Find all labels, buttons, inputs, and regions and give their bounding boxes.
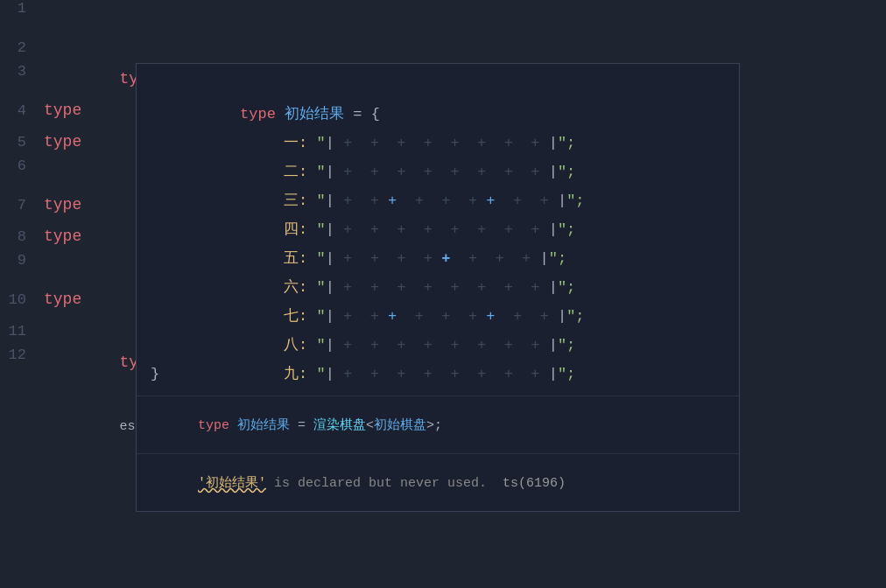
line-number-6: 6 bbox=[0, 158, 44, 174]
line-number-4: 4 bbox=[0, 102, 44, 119]
line-1: 1 bbox=[0, 0, 886, 32]
popup-row-yi: 一: "| + + + + + + + + |"; bbox=[137, 100, 739, 129]
autocomplete-popup[interactable]: type 初始结果 = { 一: "| + + + + + + + + |"; … bbox=[136, 63, 740, 512]
popup-header-line: type 初始结果 = { bbox=[137, 71, 739, 100]
popup-row-wu: 五: "| + + + + + + + + |"; bbox=[137, 215, 739, 244]
popup-row-qi: 七: "| + + + + + + + + + |"; bbox=[137, 273, 739, 302]
popup-row-ba: 八: "| + + + + + + + + |"; bbox=[137, 302, 739, 331]
error-identifier: '初始结果' bbox=[198, 476, 266, 491]
popup-content: type 初始结果 = { 一: "| + + + + + + + + |"; … bbox=[137, 64, 739, 396]
popup-row-er: 二: "| + + + + + + + + |"; bbox=[137, 129, 739, 158]
line-number-2: 2 bbox=[0, 39, 44, 56]
line-number-5: 5 bbox=[0, 134, 44, 150]
popup-row-si: 四: "| + + + + + + + + |"; bbox=[137, 186, 739, 215]
line-number-8: 8 bbox=[0, 228, 44, 245]
editor: 1 2 type 初始结果 = 渲染棋盘<初始棋盘>; 3 4 type 5 t… bbox=[0, 0, 886, 588]
line-number-12: 12 bbox=[0, 346, 44, 363]
line-number-10: 10 bbox=[0, 291, 44, 308]
line-number-7: 7 bbox=[0, 197, 44, 214]
line-2: 2 type 初始结果 = 渲染棋盘<初始棋盘>; bbox=[0, 32, 886, 63]
line-number-1: 1 bbox=[0, 0, 44, 17]
popup-footer-error: '初始结果' is declared but never used. ts(61… bbox=[137, 453, 739, 511]
popup-row-san: 三: "| + + + + + + + + + |"; bbox=[137, 158, 739, 186]
line-number-3: 3 bbox=[0, 63, 44, 80]
line-number-11: 11 bbox=[0, 323, 44, 340]
popup-row-liu: 六: "| + + + + + + + + |"; bbox=[137, 244, 739, 273]
line-number-9: 9 bbox=[0, 252, 44, 269]
popup-row-jiu: 九: "| + + + + + + + + |"; bbox=[137, 331, 739, 360]
